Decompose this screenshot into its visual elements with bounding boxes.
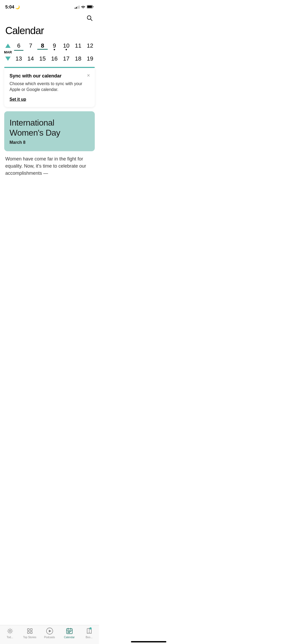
day-cell-15[interactable]: 15 [37,55,48,62]
day-cell-16[interactable]: 16 [49,55,60,62]
calendar-week-2: 13 14 15 16 17 18 19 [3,54,96,64]
moon-icon: 🌙 [15,5,20,9]
sync-card-title: Sync with our calendar [10,73,91,79]
status-time: 5:04 🌙 [5,4,20,10]
event-description: Women have come far in the fight for equ… [0,151,99,181]
prev-week-button[interactable] [3,44,13,48]
status-bar: 5:04 🌙 [0,0,99,12]
calendar-nav: 6 7 8 9 10 11 12 MAR 1 [0,41,99,64]
day-cell-14[interactable]: 14 [25,55,36,62]
day-cell-10[interactable]: 10 [60,42,72,49]
sync-card-description: Choose which events to sync with your Ap… [10,81,91,93]
set-it-up-button[interactable]: Set it up [10,97,26,102]
day-cell-13[interactable]: 13 [13,55,25,62]
day-cell-17[interactable]: 17 [60,55,72,62]
battery-icon [87,5,94,10]
sync-card: Sync with our calendar Choose which even… [4,68,95,107]
next-week-button[interactable] [3,57,13,61]
month-label: MAR [3,50,13,54]
event-date: March 8 [10,140,89,145]
status-icons [75,5,94,10]
page-title: Calendar [0,24,99,41]
day-cell-9[interactable]: 9 [49,42,60,49]
event-card: International Women's Day March 8 [4,111,95,151]
day-cell-7[interactable]: 7 [25,42,36,49]
day-cell-12[interactable]: 12 [84,42,96,49]
event-title: International Women's Day [10,118,89,138]
time-label: 5:04 [5,4,14,10]
close-sync-card-button[interactable]: × [86,72,91,79]
search-button[interactable] [85,14,94,23]
day-cell-6[interactable]: 6 [13,42,25,49]
day-cell-18[interactable]: 18 [72,55,84,62]
day-cell-8[interactable]: 8 [37,42,48,49]
svg-rect-1 [87,6,92,8]
calendar-week-1: 6 7 8 9 10 11 12 [3,41,96,50]
wifi-icon [81,5,85,10]
svg-line-3 [91,19,92,21]
day-cell-11[interactable]: 11 [72,42,84,49]
header [0,12,99,24]
signal-icon [75,6,79,9]
day-cell-19[interactable]: 19 [84,55,96,62]
